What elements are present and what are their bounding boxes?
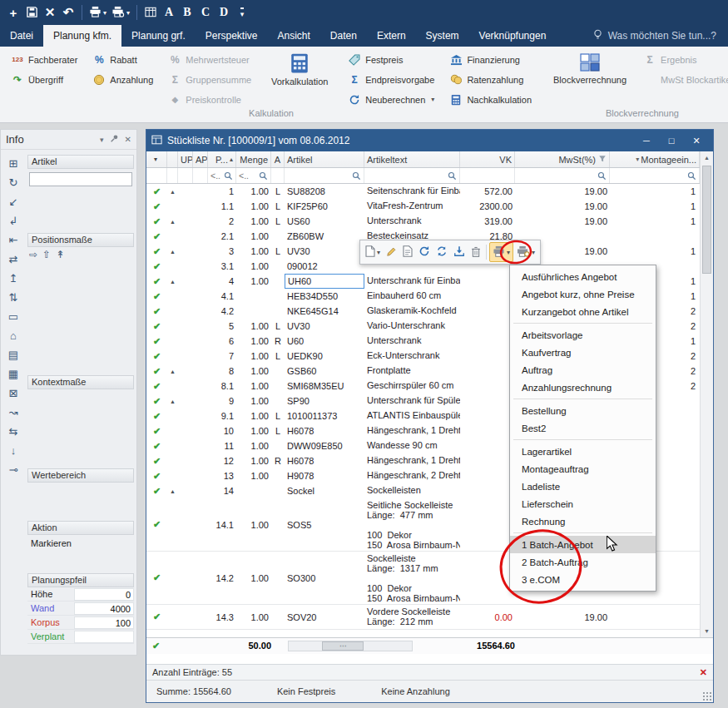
cell-p[interactable]: 14.2 [208,552,236,604]
menu-item-best2[interactable]: Best2 [510,419,656,437]
cell-p[interactable]: 9 [208,394,236,408]
cell-ap[interactable] [193,259,208,274]
cell-ap[interactable] [193,304,208,319]
cell-a[interactable] [271,229,285,244]
cell-up[interactable] [178,289,193,304]
cell-a[interactable] [271,364,285,379]
print-preview-button[interactable]: ▾ [514,242,537,262]
column-header-vk[interactable]: VK [460,151,515,167]
view-b-button[interactable]: B [179,2,196,22]
cell-menge[interactable]: 1.00 [236,229,271,244]
cell-mwst[interactable]: 19.00 [515,199,610,214]
artikel-input[interactable] [29,172,132,186]
verplant-value[interactable] [74,631,134,643]
menu-item-angebot-kurz-ohne-preise[interactable]: Angebot kurz, ohne Preise [510,285,656,303]
menu-item-kurzangebot-ohne-artikel[interactable]: Kurzangebot ohne Artikel [510,303,656,320]
cell-expand[interactable]: ▲ [167,244,178,259]
cell-p[interactable]: 8.1 [208,379,236,394]
cell-row-select[interactable]: ✔ [146,304,167,319]
copy-button[interactable] [400,242,415,262]
aktion-markieren[interactable]: Markieren [27,537,134,550]
cell-expand[interactable] [167,319,178,334]
cell-artikel[interactable]: SU88208 [285,184,364,199]
cell-artikel[interactable]: SMI68M35EU [285,379,364,394]
planungspfeil-verplant[interactable]: Verplant [27,630,134,644]
arrow-down-tool-icon[interactable]: ↓ [6,443,21,457]
cell-a[interactable] [271,605,285,629]
cell-artikeltext[interactable]: SockelleisteLänge: 1317 mm 100 Dekor150 … [364,552,460,604]
filter-mwst[interactable] [515,168,610,183]
connector-tool-icon[interactable]: ⊸ [6,463,21,476]
cell-menge[interactable]: 1.00 [236,438,271,453]
menu-item-lagerartikel[interactable]: Lagerartikel [510,443,656,460]
cell-expand[interactable]: ▲ [167,483,178,498]
cell-expand[interactable] [167,605,178,629]
cell-artikel[interactable]: Sockel [285,483,364,498]
scroll-down-icon[interactable]: ▼ [701,625,713,637]
close-button[interactable]: ✕ [42,2,58,22]
cell-artikeltext[interactable]: Hängeschrank, 2 Drehtüren [364,468,460,483]
cell-ap[interactable] [193,438,208,453]
scroll-up-icon[interactable]: ▲ [701,151,713,164]
planungspfeil-hoehe[interactable]: Höhe 0 [27,587,134,602]
cell-a[interactable] [271,483,285,498]
cell-a[interactable] [271,289,285,304]
tab-daten[interactable]: Daten [320,25,367,47]
cell-p[interactable]: 5 [208,319,236,334]
planungspfeil-wand[interactable]: Wand 4000 [27,602,134,616]
rotate-tool-icon[interactable]: ↻ [6,176,21,189]
cell-expand[interactable]: ▲ [167,214,178,229]
cell-menge[interactable]: 1.00 [236,349,271,364]
cell-a[interactable]: R [271,334,285,349]
cell-menge[interactable]: 1.00 [236,468,271,483]
column-header-p[interactable]: P...▴ [208,151,236,167]
menu-item-3-e-com[interactable]: 3 e.COM [510,571,656,588]
cell-expand[interactable] [167,453,178,468]
cell-artikel[interactable]: SOV20 [285,605,364,629]
ribbon-button-blockverrechnung[interactable]: Blockverrechnung [548,51,631,87]
arrow-right-icon[interactable]: ⇨ [29,249,37,259]
pin-icon[interactable] [110,134,119,145]
print-button[interactable]: ▾ [87,2,108,22]
exchange-tool-icon[interactable]: ⇆ [6,424,21,438]
filter-expand[interactable] [167,168,178,183]
tab-system[interactable]: System [416,25,469,47]
cell-expand[interactable] [167,229,178,244]
vertical-scrollbar[interactable]: ▲ ▼ [700,151,713,637]
cell-artikeltext[interactable]: Unterschrank [364,334,460,349]
cell-a[interactable]: L [271,244,285,259]
cell-p[interactable]: 12 [208,453,236,468]
new-button[interactable]: + [5,2,22,22]
cell-vk[interactable] [460,304,515,319]
cell-expand[interactable] [167,498,178,551]
ribbon-button-ubergriff[interactable]: ↷Übergriff [7,71,81,88]
scrollbar-thumb[interactable] [702,166,711,274]
cell-menge[interactable]: 1.00 [236,605,271,629]
ribbon-button-vorkalkulation[interactable]: Vorkalkulation [263,51,336,88]
cell-mwst[interactable]: 19.00 [515,184,610,199]
cell-artikel[interactable]: UEDK90 [285,349,364,364]
cell-row-select[interactable]: ✔ [146,349,167,364]
cell-menge[interactable]: 1.00 [236,184,271,199]
cell-up[interactable] [178,349,193,364]
cell-row-select[interactable]: ✔ [146,438,167,453]
cell-ap[interactable] [193,214,208,229]
cell-artikel[interactable]: UH60 [285,274,364,289]
cell-p[interactable]: 9.1 [208,408,236,423]
ribbon-button-rabatt[interactable]: %Rabatt [89,51,156,68]
cell-p[interactable]: 4 [208,274,236,289]
expand-icon[interactable]: ▲ [170,279,176,285]
cell-ap[interactable] [193,605,208,629]
cell-vk[interactable] [460,483,515,498]
menu-item-lieferschein[interactable]: Lieferschein [510,495,656,512]
cell-p[interactable]: 4.1 [208,289,236,304]
filter-a[interactable] [271,168,285,183]
ribbon-button-fachberater[interactable]: 123Fachberater [7,51,81,68]
cell-menge[interactable]: 1.00 [236,408,271,423]
ribbon-button-endpreisvorgabe[interactable]: ΣEndpreisvorgabe [344,71,438,88]
arrow-down-left-tool-icon[interactable]: ↙ [6,195,21,208]
wall-tool-icon[interactable]: ▭ [6,309,21,323]
cell-menge[interactable]: 1.00 [236,552,271,604]
cell-artikel[interactable]: UV30 [285,319,364,334]
cell-artikeltext[interactable]: Unterschrank für Einbau-Herde [364,274,460,289]
